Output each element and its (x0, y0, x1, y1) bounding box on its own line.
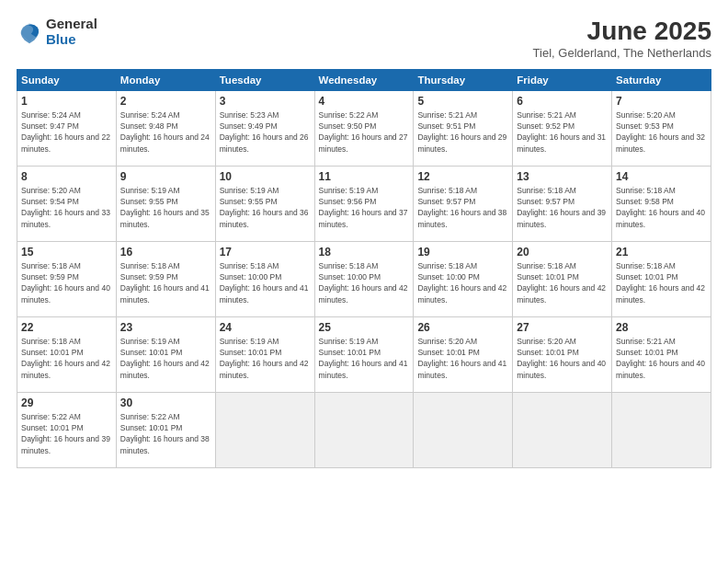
day-info: Sunrise: 5:18 AMSunset: 10:01 PMDaylight… (517, 261, 606, 304)
logo-icon (17, 19, 42, 45)
day-number: 1 (21, 94, 112, 109)
day-number: 27 (517, 320, 608, 335)
day-info: Sunrise: 5:18 AMSunset: 10:01 PMDaylight… (616, 261, 705, 304)
day-number: 3 (220, 94, 311, 109)
table-row (314, 393, 414, 468)
day-number: 19 (417, 245, 508, 259)
day-info: Sunrise: 5:19 AMSunset: 10:01 PMDaylight… (319, 337, 408, 379)
day-info: Sunrise: 5:22 AMSunset: 10:01 PMDaylight… (120, 412, 210, 454)
table-row: 10Sunrise: 5:19 AMSunset: 9:55 PMDayligh… (215, 167, 314, 242)
table-row: 26Sunrise: 5:20 AMSunset: 10:01 PMDaylig… (414, 317, 513, 393)
calendar-week-row: 15Sunrise: 5:18 AMSunset: 9:59 PMDayligh… (17, 242, 711, 317)
table-row: 11Sunrise: 5:19 AMSunset: 9:56 PMDayligh… (314, 167, 414, 242)
day-number: 5 (417, 94, 508, 109)
table-row: 4Sunrise: 5:22 AMSunset: 9:50 PMDaylight… (314, 91, 414, 167)
day-info: Sunrise: 5:19 AMSunset: 10:01 PMDaylight… (220, 337, 309, 379)
calendar-page: General Blue June 2025 Tiel, Gelderland,… (0, 0, 728, 563)
table-row (414, 393, 513, 468)
day-info: Sunrise: 5:18 AMSunset: 9:57 PMDaylight:… (417, 186, 506, 228)
day-number: 8 (21, 169, 112, 184)
calendar-week-row: 22Sunrise: 5:18 AMSunset: 10:01 PMDaylig… (17, 317, 711, 393)
header-sunday: Sunday (17, 70, 117, 91)
day-info: Sunrise: 5:24 AMSunset: 9:47 PMDaylight:… (21, 110, 110, 153)
day-info: Sunrise: 5:23 AMSunset: 9:49 PMDaylight:… (220, 110, 309, 153)
header: General Blue June 2025 Tiel, Gelderland,… (17, 17, 711, 60)
day-info: Sunrise: 5:20 AMSunset: 9:53 PMDaylight:… (616, 110, 705, 153)
header-thursday: Thursday (414, 70, 513, 91)
table-row (215, 393, 314, 468)
day-number: 20 (517, 245, 608, 259)
table-row: 29Sunrise: 5:22 AMSunset: 10:01 PMDaylig… (17, 393, 117, 468)
day-number: 18 (319, 245, 410, 259)
day-number: 16 (120, 245, 211, 259)
day-info: Sunrise: 5:22 AMSunset: 10:01 PMDaylight… (21, 412, 110, 454)
day-info: Sunrise: 5:19 AMSunset: 10:01 PMDaylight… (120, 337, 210, 379)
table-row: 9Sunrise: 5:19 AMSunset: 9:55 PMDaylight… (116, 167, 215, 242)
day-number: 10 (220, 169, 311, 184)
table-row: 27Sunrise: 5:20 AMSunset: 10:01 PMDaylig… (513, 317, 612, 393)
table-row: 14Sunrise: 5:18 AMSunset: 9:58 PMDayligh… (612, 167, 711, 242)
day-info: Sunrise: 5:21 AMSunset: 10:01 PMDaylight… (616, 337, 705, 379)
title-block: June 2025 Tiel, Gelderland, The Netherla… (533, 17, 711, 60)
day-number: 26 (417, 320, 508, 335)
table-row: 18Sunrise: 5:18 AMSunset: 10:00 PMDaylig… (314, 242, 414, 317)
day-info: Sunrise: 5:18 AMSunset: 9:58 PMDaylight:… (616, 186, 705, 228)
day-number: 29 (21, 396, 112, 410)
table-row: 25Sunrise: 5:19 AMSunset: 10:01 PMDaylig… (314, 317, 414, 393)
day-number: 15 (21, 245, 112, 259)
calendar-table: Sunday Monday Tuesday Wednesday Thursday… (17, 69, 711, 468)
calendar-week-row: 29Sunrise: 5:22 AMSunset: 10:01 PMDaylig… (17, 393, 711, 468)
table-row: 7Sunrise: 5:20 AMSunset: 9:53 PMDaylight… (612, 91, 711, 167)
day-number: 14 (616, 169, 707, 184)
day-info: Sunrise: 5:21 AMSunset: 9:52 PMDaylight:… (517, 110, 606, 153)
table-row: 23Sunrise: 5:19 AMSunset: 10:01 PMDaylig… (116, 317, 215, 393)
table-row: 22Sunrise: 5:18 AMSunset: 10:01 PMDaylig… (17, 317, 117, 393)
table-row: 16Sunrise: 5:18 AMSunset: 9:59 PMDayligh… (116, 242, 215, 317)
table-row: 2Sunrise: 5:24 AMSunset: 9:48 PMDaylight… (116, 91, 215, 167)
table-row: 5Sunrise: 5:21 AMSunset: 9:51 PMDaylight… (414, 91, 513, 167)
header-wednesday: Wednesday (314, 70, 414, 91)
logo: General Blue (17, 17, 97, 47)
day-number: 2 (120, 94, 211, 109)
day-number: 12 (417, 169, 508, 184)
day-info: Sunrise: 5:20 AMSunset: 10:01 PMDaylight… (517, 337, 606, 379)
day-number: 4 (319, 94, 410, 109)
day-info: Sunrise: 5:22 AMSunset: 9:50 PMDaylight:… (319, 110, 408, 153)
day-number: 6 (517, 94, 608, 109)
day-number: 13 (517, 169, 608, 184)
day-info: Sunrise: 5:18 AMSunset: 10:00 PMDaylight… (220, 261, 309, 304)
table-row: 15Sunrise: 5:18 AMSunset: 9:59 PMDayligh… (17, 242, 117, 317)
day-info: Sunrise: 5:18 AMSunset: 9:59 PMDaylight:… (120, 261, 210, 304)
table-row: 3Sunrise: 5:23 AMSunset: 9:49 PMDaylight… (215, 91, 314, 167)
day-info: Sunrise: 5:24 AMSunset: 9:48 PMDaylight:… (120, 110, 210, 153)
table-row: 1Sunrise: 5:24 AMSunset: 9:47 PMDaylight… (17, 91, 117, 167)
header-friday: Friday (513, 70, 612, 91)
calendar-week-row: 8Sunrise: 5:20 AMSunset: 9:54 PMDaylight… (17, 167, 711, 242)
table-row: 17Sunrise: 5:18 AMSunset: 10:00 PMDaylig… (215, 242, 314, 317)
day-number: 30 (120, 396, 211, 410)
month-title: June 2025 (533, 17, 711, 46)
day-info: Sunrise: 5:20 AMSunset: 9:54 PMDaylight:… (21, 186, 110, 228)
day-number: 7 (616, 94, 707, 109)
day-number: 17 (220, 245, 311, 259)
header-tuesday: Tuesday (215, 70, 314, 91)
day-info: Sunrise: 5:18 AMSunset: 10:01 PMDaylight… (21, 337, 110, 379)
day-number: 22 (21, 320, 112, 335)
day-info: Sunrise: 5:19 AMSunset: 9:55 PMDaylight:… (120, 186, 210, 228)
table-row: 28Sunrise: 5:21 AMSunset: 10:01 PMDaylig… (612, 317, 711, 393)
day-info: Sunrise: 5:19 AMSunset: 9:56 PMDaylight:… (319, 186, 408, 228)
day-info: Sunrise: 5:21 AMSunset: 9:51 PMDaylight:… (417, 110, 506, 153)
logo-blue-text: Blue (46, 32, 97, 48)
logo-text: General Blue (46, 17, 97, 47)
day-number: 21 (616, 245, 707, 259)
table-row: 24Sunrise: 5:19 AMSunset: 10:01 PMDaylig… (215, 317, 314, 393)
day-number: 9 (120, 169, 211, 184)
table-row: 8Sunrise: 5:20 AMSunset: 9:54 PMDaylight… (17, 167, 117, 242)
location-title: Tiel, Gelderland, The Netherlands (533, 46, 711, 60)
day-info: Sunrise: 5:18 AMSunset: 9:57 PMDaylight:… (517, 186, 606, 228)
table-row: 13Sunrise: 5:18 AMSunset: 9:57 PMDayligh… (513, 167, 612, 242)
day-number: 23 (120, 320, 211, 335)
day-number: 11 (319, 169, 410, 184)
table-row: 30Sunrise: 5:22 AMSunset: 10:01 PMDaylig… (116, 393, 215, 468)
logo-general-text: General (46, 17, 97, 32)
